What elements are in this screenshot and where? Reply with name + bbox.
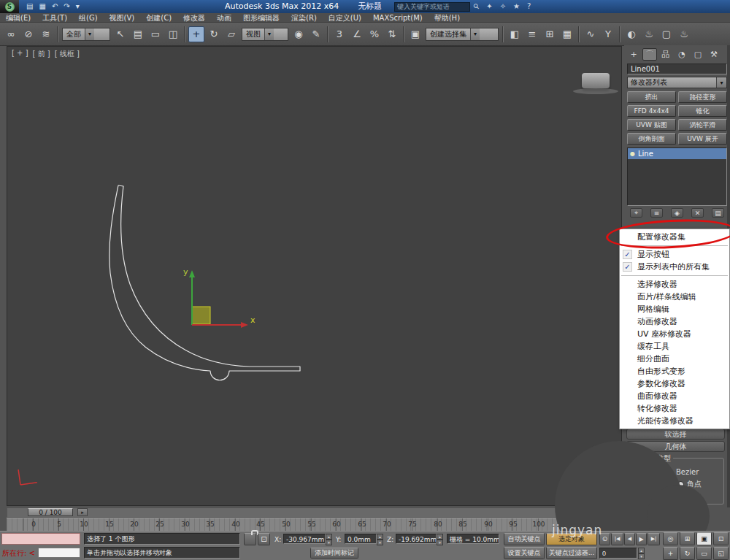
y-coordinate-field[interactable]: 0.0mm: [345, 534, 377, 544]
spinner-up-icon[interactable]: ▴: [437, 534, 443, 540]
snap-toggle-3d-button[interactable]: 3: [331, 26, 347, 42]
tab-create-icon[interactable]: +: [626, 48, 641, 61]
menu-item-selection-modifiers[interactable]: 选择修改器: [620, 278, 729, 291]
go-to-end-button[interactable]: ▶|: [648, 533, 660, 545]
curve-editor-button[interactable]: ∿: [583, 26, 599, 42]
undo-button[interactable]: ↶: [49, 1, 61, 12]
menu-help[interactable]: 帮助(H): [429, 13, 466, 23]
schematic-view-button[interactable]: Y: [600, 26, 616, 42]
set-key-button[interactable]: 设置关键点: [504, 547, 545, 559]
angle-snap-button[interactable]: ∠: [349, 26, 365, 42]
render-setup-button[interactable]: ♨: [641, 26, 657, 42]
zoom-extents-button[interactable]: ▣: [696, 532, 712, 545]
field-of-view-button[interactable]: ▭: [696, 547, 712, 560]
menu-item-animation-modifiers[interactable]: 动画修改器: [620, 315, 729, 328]
menu-item-surface-modifiers[interactable]: 曲面修改器: [620, 390, 729, 402]
maximize-viewport-button[interactable]: ◱: [713, 547, 729, 560]
x-spinner[interactable]: ▴▾: [326, 534, 332, 545]
layer-manager-button[interactable]: ⊞: [542, 26, 558, 42]
current-frame-field[interactable]: [599, 548, 637, 559]
object-name-field[interactable]: Line001: [627, 64, 727, 74]
stack-item-line[interactable]: ● Line: [628, 148, 726, 159]
percent-snap-button[interactable]: %: [366, 26, 383, 42]
material-editor-button[interactable]: ◐: [623, 26, 639, 42]
pan-view-button[interactable]: +: [663, 547, 678, 560]
menu-graph-editors[interactable]: 图形编辑器: [237, 13, 285, 23]
selection-filter-dropdown[interactable]: 全部 ▾: [62, 28, 110, 41]
menu-item-uv-coordinate-modifiers[interactable]: UV 座标修改器: [620, 328, 729, 340]
frame-spinner[interactable]: ▴▾: [638, 548, 645, 559]
reference-coordinate-dropdown[interactable]: 视图 ▾: [242, 28, 288, 41]
z-spinner[interactable]: ▴▾: [437, 534, 443, 545]
edit-named-selection-sets-button[interactable]: ▣: [407, 26, 423, 42]
modifier-button-ffd4x4x4[interactable]: FFD 4x4x4: [627, 105, 676, 117]
menu-item-subdivision-surfaces[interactable]: 细分曲面: [620, 353, 729, 365]
menu-create[interactable]: 创建(C): [140, 13, 177, 23]
save-button[interactable]: ▦: [36, 1, 48, 12]
tab-display-icon[interactable]: ▢: [691, 48, 705, 61]
redo-button[interactable]: ↷: [61, 1, 72, 12]
use-pivot-center-button[interactable]: ◉: [291, 26, 307, 42]
zoom-all-button[interactable]: ⊞: [680, 532, 695, 545]
x-coordinate-field[interactable]: -30.967mm: [283, 534, 326, 544]
menu-modifiers[interactable]: 修改器: [177, 13, 211, 23]
spinner-down-icon[interactable]: ▾: [377, 540, 383, 545]
add-time-tag-button[interactable]: 添加时间标记: [310, 548, 358, 559]
modifier-button-extrude[interactable]: 挤出: [627, 91, 676, 103]
previous-frame-button[interactable]: ◀: [624, 533, 635, 545]
search-icon[interactable]: ⚲: [470, 1, 483, 12]
absolute-offset-toggle[interactable]: ⊡: [258, 533, 270, 545]
auto-key-button[interactable]: 自动关键点: [504, 533, 545, 545]
menu-customize[interactable]: 自定义(U): [323, 13, 367, 23]
menu-item-freeform-deformations[interactable]: 自由形式变形: [620, 365, 729, 377]
menu-item-conversion-modifiers[interactable]: 转化修改器: [620, 402, 729, 415]
menu-item-show-all-sets[interactable]: ✓ 显示列表中的所有集: [620, 261, 729, 273]
modifier-button-bevelprofile[interactable]: 倒角剖面: [627, 133, 676, 145]
menu-tools[interactable]: 工具(T): [36, 13, 73, 23]
z-coordinate-field[interactable]: -19.692mm: [396, 534, 437, 544]
play-animation-button[interactable]: ▶: [636, 533, 647, 545]
track-bar[interactable]: 0 5 10 15 20 25 30 35 40 45 50 55 60 65 …: [7, 518, 622, 531]
bind-to-space-warp-button[interactable]: ≋: [38, 26, 54, 42]
select-and-manipulate-button[interactable]: ✎: [308, 26, 324, 42]
menu-group[interactable]: 组(G): [73, 13, 104, 23]
spinner-up-icon[interactable]: ▴: [638, 548, 645, 553]
communication-center-icon[interactable]: ✧: [496, 1, 510, 12]
menu-item-radiosity-modifiers[interactable]: 光能传递修改器: [620, 415, 729, 427]
selection-region-button[interactable]: ▭: [147, 26, 164, 42]
spinner-up-icon[interactable]: ▴: [377, 534, 383, 540]
viewcube-widget[interactable]: [582, 73, 610, 88]
orbit-button[interactable]: ↻: [680, 547, 695, 560]
named-selection-sets-dropdown[interactable]: 创建选择集 ▾: [426, 28, 499, 41]
maxscript-listener-input[interactable]: [38, 548, 80, 558]
select-and-rotate-button[interactable]: ↻: [206, 26, 222, 42]
zoom-region-button[interactable]: ⊡: [713, 532, 729, 545]
configure-modifier-sets-button[interactable]: ▤: [712, 208, 724, 218]
tab-motion-icon[interactable]: ◔: [675, 48, 689, 61]
quick-access-chevron-icon[interactable]: ▾: [73, 1, 82, 12]
open-button[interactable]: ▤: [23, 1, 36, 12]
menu-item-patch-spline-editing[interactable]: 面片/样条线编辑: [620, 291, 729, 303]
search-input[interactable]: [394, 2, 470, 12]
menu-maxscript[interactable]: MAXScript(M): [367, 13, 429, 23]
macro-recorder-field[interactable]: [1, 533, 80, 545]
rollout-soft-selection[interactable]: 软选择: [626, 429, 725, 440]
go-to-start-button[interactable]: |◀: [611, 533, 623, 545]
menu-item-cache-tools[interactable]: 缓存工具: [620, 340, 729, 353]
spinner-down-icon[interactable]: ▾: [326, 540, 332, 545]
align-button[interactable]: ≡: [524, 26, 540, 42]
unlink-selection-button[interactable]: ⊘: [20, 26, 36, 42]
menu-edit[interactable]: 编辑(E): [0, 13, 36, 23]
application-menu-button[interactable]: S: [0, 0, 19, 13]
chevron-down-icon[interactable]: ▾: [264, 28, 274, 40]
spinner-snap-button[interactable]: ⇅: [384, 26, 400, 42]
chevron-down-icon[interactable]: ▾: [716, 77, 726, 88]
menu-item-show-buttons[interactable]: ✓ 显示按钮: [620, 248, 729, 261]
menu-views[interactable]: 视图(V): [104, 13, 141, 23]
remove-modifier-button[interactable]: ✕: [691, 208, 704, 218]
key-filters-button[interactable]: 关键点过滤器...: [546, 547, 597, 559]
time-slider-track[interactable]: 0 / 100 ▸: [7, 507, 622, 518]
selection-lock-toggle[interactable]: [244, 533, 256, 545]
select-and-link-button[interactable]: ∞: [3, 26, 19, 42]
modifier-button-uvwunwrap[interactable]: UVW 展开: [678, 133, 727, 145]
